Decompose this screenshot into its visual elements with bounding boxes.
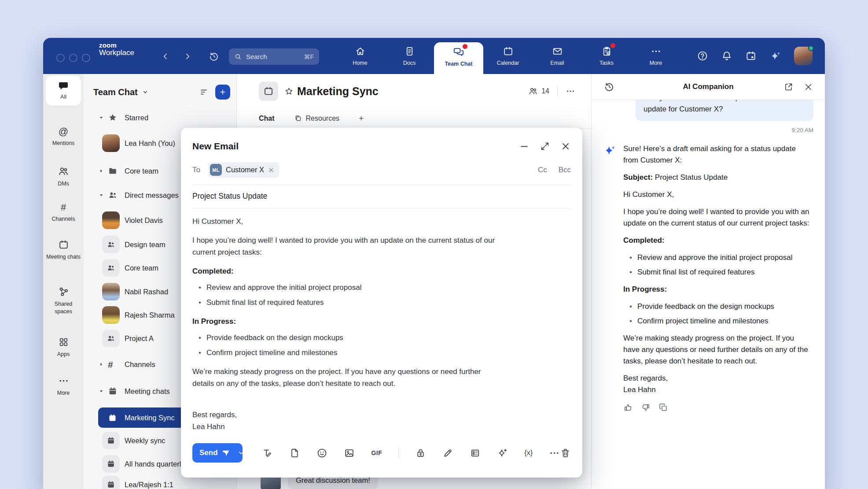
- calendar-icon: [107, 480, 115, 489]
- star-favorite-icon[interactable]: [284, 87, 294, 96]
- thumbs-down-icon[interactable]: [641, 403, 651, 412]
- tab-calendar[interactable]: Calendar: [483, 38, 533, 74]
- search-bar[interactable]: ⌘F: [229, 48, 319, 65]
- bcc-button[interactable]: Bcc: [559, 166, 571, 174]
- ai-history-icon[interactable]: [604, 82, 614, 92]
- attach-file-icon[interactable]: [289, 448, 300, 459]
- tab-add[interactable]: +: [359, 114, 364, 123]
- encrypt-lock-icon[interactable]: [415, 448, 426, 459]
- variables-icon[interactable]: {x}: [524, 449, 533, 457]
- send-button[interactable]: Send: [192, 443, 237, 463]
- caret-right-icon: [98, 168, 104, 174]
- tab-email[interactable]: Email: [533, 38, 582, 74]
- open-in-window-icon[interactable]: [783, 82, 794, 92]
- channel-more-icon[interactable]: [566, 86, 575, 96]
- signature-pencil-icon[interactable]: [442, 448, 453, 459]
- gif-icon[interactable]: GIF: [371, 449, 382, 456]
- to-label: To: [192, 166, 200, 174]
- tab-docs[interactable]: Docs: [385, 38, 434, 74]
- member-count[interactable]: 14: [528, 86, 549, 96]
- close-icon[interactable]: [560, 141, 571, 152]
- recipient-initials: ML: [210, 164, 222, 176]
- people-icon: [107, 240, 115, 249]
- close-icon[interactable]: [803, 82, 813, 92]
- history-icon[interactable]: [209, 51, 219, 62]
- divider: [192, 208, 571, 208]
- rail-item-apps[interactable]: Apps: [43, 337, 84, 358]
- team-chat-notification-dot: [463, 44, 467, 49]
- rail-item-more[interactable]: More: [43, 375, 84, 397]
- nav-back-icon[interactable]: [161, 52, 170, 61]
- team-chat-dropdown[interactable]: Team Chat: [93, 87, 149, 97]
- caret-right-icon: [98, 361, 104, 367]
- tab-home[interactable]: Home: [335, 38, 385, 74]
- rail-item-channels[interactable]: # Channels: [43, 203, 84, 223]
- thumbs-up-icon[interactable]: [623, 403, 633, 412]
- filter-icon[interactable]: [199, 87, 209, 97]
- group-avatar: [102, 259, 120, 277]
- discard-trash-icon[interactable]: [560, 448, 571, 459]
- user-message-bubble: Can you draft an email that provides a s…: [636, 100, 813, 121]
- tab-chat[interactable]: Chat: [259, 115, 275, 122]
- cc-button[interactable]: Cc: [538, 166, 547, 174]
- new-chat-button[interactable]: [215, 85, 230, 100]
- rail-item-dms[interactable]: DMs: [43, 166, 84, 188]
- close-window-button[interactable]: [56, 54, 65, 62]
- text-format-icon[interactable]: [262, 448, 273, 459]
- tab-tasks[interactable]: Tasks: [582, 38, 631, 74]
- recipient-chip[interactable]: ML Customer X: [208, 162, 279, 178]
- emoji-icon[interactable]: [316, 448, 327, 459]
- rail-item-shared-spaces[interactable]: Shared spaces: [43, 286, 84, 315]
- tab-team-chat[interactable]: Team Chat: [434, 42, 483, 74]
- calendar-icon: [503, 46, 514, 57]
- rail-item-meeting-chats[interactable]: Meeting chats: [43, 239, 84, 261]
- calendar-icon: [108, 413, 117, 422]
- nav-forward-icon[interactable]: [183, 52, 192, 61]
- divider: [398, 447, 399, 459]
- star-icon: [108, 113, 118, 122]
- tab-resources[interactable]: Resources: [294, 114, 339, 122]
- caret-down-icon: [98, 192, 104, 198]
- template-form-icon[interactable]: [470, 448, 481, 459]
- copy-icon[interactable]: [658, 403, 668, 412]
- subject-field[interactable]: Project Status Update: [192, 192, 571, 201]
- people-icon: [107, 263, 115, 272]
- ai-response: Sure! Here’s a draft email asking for a …: [623, 143, 812, 412]
- calendar-date-icon[interactable]: [745, 50, 757, 62]
- all-chats-icon: [58, 81, 69, 91]
- remove-recipient-icon[interactable]: [268, 167, 274, 173]
- logo-line1: zoom: [99, 42, 134, 49]
- expand-icon[interactable]: [540, 141, 550, 152]
- chat-group-starred[interactable]: Starred: [84, 106, 237, 130]
- minimize-icon[interactable]: [519, 141, 530, 152]
- email-body-editor[interactable]: Hi Customer X, I hope you’re doing well!…: [192, 215, 496, 433]
- ai-companion-icon[interactable]: [769, 50, 781, 62]
- toolbar-more-icon[interactable]: [549, 448, 560, 459]
- user-avatar[interactable]: [794, 47, 813, 65]
- minimize-window-button[interactable]: [69, 54, 77, 62]
- rail-item-mentions[interactable]: @ Mentions: [43, 127, 84, 147]
- send-options-button[interactable]: [237, 443, 243, 463]
- rail-item-all[interactable]: All: [46, 76, 81, 106]
- window-traffic-lights[interactable]: [56, 54, 90, 62]
- send-plane-icon: [222, 449, 230, 457]
- top-navigation: Home Docs Team Chat Calendar Email Tasks: [335, 38, 680, 74]
- hash-icon: #: [108, 360, 113, 369]
- calendar-avatar: [102, 455, 120, 473]
- group-avatar: [102, 236, 120, 253]
- page-title: Marketing Sync: [297, 85, 379, 98]
- zoom-window-button[interactable]: [82, 54, 90, 62]
- insert-image-icon[interactable]: [344, 448, 355, 459]
- app-window: zoom Workplace ⌘F Home Docs Team Cha: [43, 38, 825, 489]
- email-icon: [552, 46, 563, 57]
- ai-compose-icon[interactable]: [497, 448, 508, 459]
- tab-more[interactable]: More: [631, 38, 680, 74]
- tasks-notification-dot: [611, 43, 615, 48]
- avatar: [102, 283, 120, 300]
- notifications-bell-icon[interactable]: [721, 50, 732, 62]
- docs-icon: [404, 46, 415, 57]
- avatar: [102, 211, 120, 229]
- search-input[interactable]: [245, 52, 294, 61]
- calendar-avatar: [102, 432, 120, 449]
- help-icon[interactable]: [697, 50, 708, 62]
